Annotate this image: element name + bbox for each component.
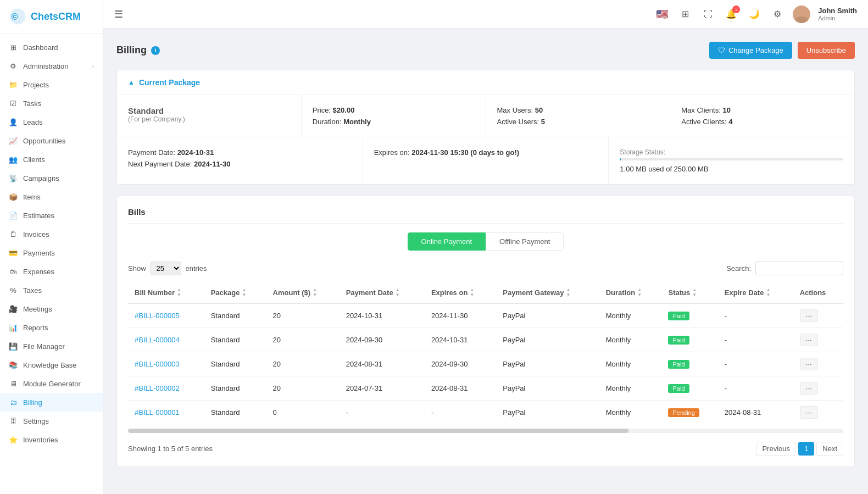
- cell-expires-on: 2024-10-31: [425, 328, 496, 352]
- sidebar-item-taxes[interactable]: % Taxes: [0, 281, 103, 299]
- projects-icon: 📁: [9, 80, 18, 89]
- offline-payment-tab[interactable]: Offline Payment: [486, 232, 564, 251]
- user-role: Admin: [818, 15, 857, 21]
- grid-icon[interactable]: ⊞: [677, 7, 693, 22]
- sidebar-item-estimates[interactable]: 📄 Estimates: [0, 206, 103, 225]
- sidebar-item-tasks[interactable]: ☑ Tasks: [0, 94, 103, 113]
- sidebar-item-administration[interactable]: ⚙ Administration ›: [0, 57, 103, 75]
- sidebar-item-knowledge-base[interactable]: 📚 Knowledge Base: [0, 356, 103, 374]
- bill-link[interactable]: #BILL-000001: [135, 408, 180, 417]
- page-title-text: Billing: [116, 45, 147, 56]
- action-button[interactable]: ···: [800, 382, 818, 395]
- current-package-header[interactable]: ▲ Current Package: [117, 70, 854, 95]
- cell-expires-on: 2024-11-30: [425, 303, 496, 328]
- cell-status: Pending: [661, 401, 717, 425]
- action-button[interactable]: ···: [800, 309, 818, 322]
- cell-amount: 20: [266, 376, 340, 401]
- bill-link[interactable]: #BILL-000003: [135, 360, 180, 368]
- cell-package: Standard: [204, 303, 266, 328]
- sidebar-item-module-generator[interactable]: 🖥 Module Generator: [0, 374, 103, 393]
- max-users-value: Max Users: 50: [497, 106, 659, 114]
- cell-duration: Monthly: [599, 328, 662, 352]
- cell-gateway: PayPal: [496, 401, 599, 425]
- module-generator-icon: 🖥: [9, 379, 18, 388]
- prev-button[interactable]: Previous: [756, 442, 796, 456]
- table-footer: Showing 1 to 5 of 5 entries Previous 1 N…: [128, 442, 843, 456]
- action-button[interactable]: ···: [800, 406, 818, 419]
- user-name: John Smith: [818, 7, 857, 15]
- sidebar-item-projects[interactable]: 📁 Projects: [0, 75, 103, 94]
- sidebar-label-meetings: Meetings: [23, 305, 94, 313]
- sidebar-item-expenses[interactable]: 🛍 Expenses: [0, 262, 103, 281]
- online-payment-tab[interactable]: Online Payment: [408, 232, 486, 251]
- payments-icon: 💳: [9, 248, 18, 257]
- search-label: Search:: [726, 264, 751, 273]
- package-sub: (For per Company.): [128, 115, 290, 123]
- fullscreen-icon[interactable]: ⛶: [700, 7, 716, 22]
- sidebar-item-reports[interactable]: 📊 Reports: [0, 318, 103, 337]
- sidebar-item-opportunities[interactable]: 📈 Opportunities: [0, 131, 103, 150]
- duration-label: Duration:: [313, 118, 342, 126]
- bill-link[interactable]: #BILL-000004: [135, 336, 180, 344]
- sidebar-item-file-manager[interactable]: 💾 File Manager: [0, 337, 103, 356]
- bill-link[interactable]: #BILL-000005: [135, 312, 180, 320]
- cell-amount: 20: [266, 328, 340, 352]
- cell-actions: ···: [793, 303, 843, 328]
- sidebar-item-settings[interactable]: 🎛 Settings: [0, 412, 103, 430]
- showing-text: Showing 1 to 5 of 5 entries: [128, 445, 213, 453]
- sidebar-item-payments[interactable]: 💳 Payments: [0, 243, 103, 262]
- cell-duration: Monthly: [599, 352, 662, 376]
- next-button[interactable]: Next: [816, 442, 843, 456]
- duration-amount: Monthly: [343, 118, 371, 126]
- expires-value: Expires on: 2024-11-30 15:30 (0 days to …: [374, 148, 598, 157]
- col-expires-on: Expires on▲▼: [425, 282, 496, 303]
- settings-icon[interactable]: ⚙: [770, 7, 785, 22]
- scroll-thumb: [128, 429, 628, 433]
- bill-link[interactable]: #BILL-000002: [135, 384, 180, 392]
- cell-amount: 20: [266, 352, 340, 376]
- sidebar-label-knowledge-base: Knowledge Base: [23, 361, 94, 369]
- expires-date: 2024-11-30 15:30 (0 days to go!): [411, 148, 519, 157]
- sidebar-item-clients[interactable]: 👥 Clients: [0, 150, 103, 169]
- sidebar-label-module-generator: Module Generator: [23, 380, 94, 388]
- sidebar-item-leads[interactable]: 👤 Leads: [0, 113, 103, 131]
- sidebar-item-dashboard[interactable]: ⊞ Dashboard: [0, 38, 103, 57]
- cell-gateway: PayPal: [496, 303, 599, 328]
- unsubscribe-button[interactable]: Unsubscribe: [798, 42, 855, 59]
- flag-icon[interactable]: 🇺🇸: [654, 7, 670, 22]
- svg-point-3: [795, 16, 808, 23]
- package-info-row2: Payment Date: 2024-10-31 Next Payment Da…: [117, 137, 854, 184]
- change-package-button[interactable]: 🛡 Change Package: [709, 42, 792, 59]
- sidebar-item-billing[interactable]: 🗂 Billing: [0, 393, 103, 412]
- billing-info-icon[interactable]: i: [151, 46, 160, 55]
- sidebar-item-items[interactable]: 📦 Items: [0, 187, 103, 206]
- sidebar-label-tasks: Tasks: [23, 99, 94, 108]
- cell-amount: 0: [266, 401, 340, 425]
- sidebar-item-invoices[interactable]: 🗒 Invoices: [0, 225, 103, 243]
- max-clients-num: 10: [722, 106, 730, 114]
- cell-expire-date: 2024-08-31: [718, 401, 793, 425]
- theme-icon[interactable]: 🌙: [747, 7, 762, 22]
- active-clients-num: 4: [728, 118, 732, 126]
- page-header: Billing i 🛡 Change Package Unsubscribe: [116, 42, 855, 59]
- col-actions: Actions: [793, 282, 843, 303]
- sidebar-item-meetings[interactable]: 🎥 Meetings: [0, 299, 103, 318]
- hamburger-icon[interactable]: ☰: [114, 8, 123, 20]
- action-button[interactable]: ···: [800, 334, 818, 346]
- search-input[interactable]: [755, 262, 843, 275]
- cell-expires-on: -: [425, 401, 496, 425]
- entries-select[interactable]: 25 50 100: [151, 262, 181, 275]
- sidebar-item-campaigns[interactable]: 📡 Campaigns: [0, 169, 103, 187]
- content-area: Billing i 🛡 Change Package Unsubscribe ▲…: [103, 29, 868, 494]
- notification-icon[interactable]: 🔔 3: [724, 7, 739, 22]
- sidebar-label-clients: Clients: [23, 156, 94, 164]
- cell-expire-date: -: [718, 352, 793, 376]
- cell-gateway: PayPal: [496, 352, 599, 376]
- cell-package: Standard: [204, 328, 266, 352]
- col-bill-number: Bill Number▲▼: [128, 282, 204, 303]
- cell-actions: ···: [793, 328, 843, 352]
- package-name-cell: Standard (For per Company.): [117, 95, 301, 137]
- page-1-button[interactable]: 1: [798, 442, 814, 456]
- action-button[interactable]: ···: [800, 358, 818, 370]
- sidebar-item-inventories[interactable]: ⭐ Inventories: [0, 430, 103, 449]
